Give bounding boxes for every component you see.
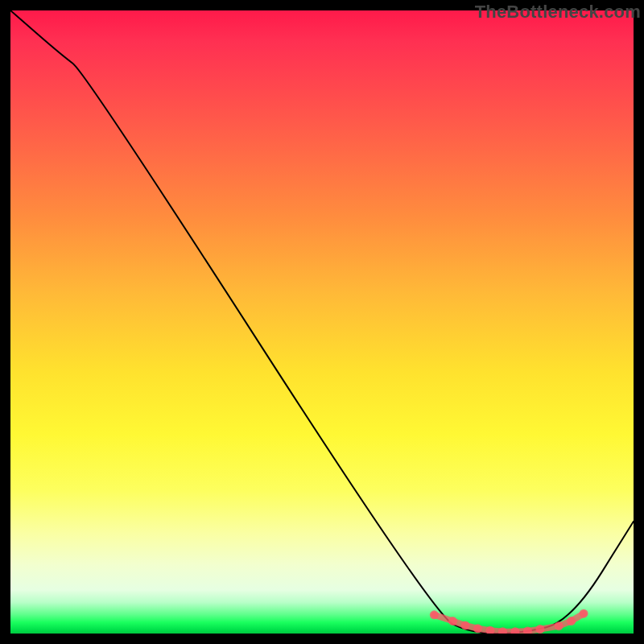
- optimal-range-marker: [473, 624, 482, 633]
- chart-frame: TheBottleneck.com: [0, 0, 644, 644]
- optimal-range-marker: [555, 621, 564, 630]
- optimal-range-marker: [535, 625, 544, 634]
- curve-svg: [10, 10, 634, 634]
- watermark-text: TheBottleneck.com: [475, 2, 641, 23]
- bottleneck-curve: [10, 10, 634, 634]
- optimal-range-marker: [567, 617, 576, 625]
- optimal-range-marker: [461, 621, 470, 630]
- plot-area: [10, 10, 634, 634]
- optimal-range-marker: [510, 627, 519, 634]
- optimal-range-marker: [580, 609, 588, 618]
- optimal-range-marker: [430, 610, 439, 619]
- optimal-range-marker: [448, 617, 457, 625]
